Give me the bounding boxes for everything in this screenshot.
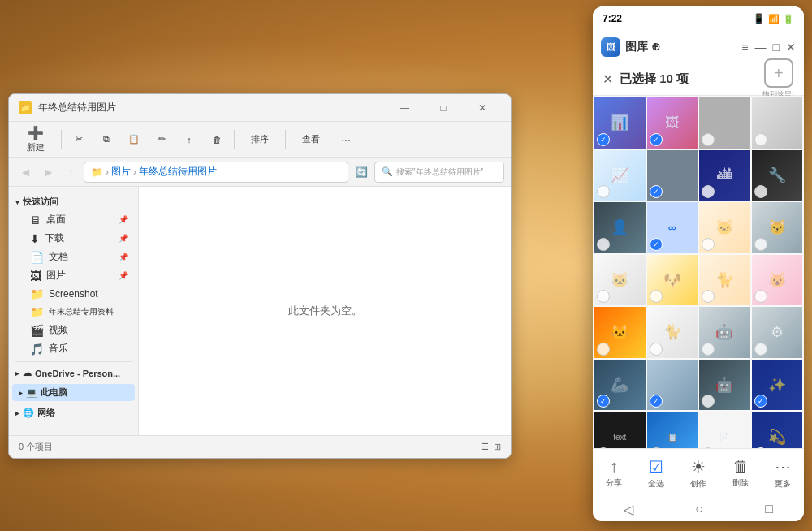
gallery-item[interactable]: 📋 bbox=[647, 412, 698, 448]
select-all-button[interactable]: ☑ 全选 bbox=[648, 457, 664, 490]
phone-gallery[interactable]: 📊 ✓ 🖼 ✓ 📈 bbox=[593, 96, 804, 448]
create-button[interactable]: ☀ 创作 bbox=[690, 457, 706, 490]
gallery-item[interactable]: 🖼 ✓ bbox=[647, 97, 698, 149]
gallery-checkbox[interactable] bbox=[754, 238, 767, 251]
gallery-item[interactable]: 📈 bbox=[594, 150, 646, 201]
gallery-checkbox[interactable] bbox=[702, 343, 715, 356]
gallery-checkbox[interactable]: ✓ bbox=[650, 238, 663, 251]
maximize-button[interactable]: □ bbox=[425, 94, 462, 122]
this-pc-header[interactable]: ▸ 💻 此电脑 bbox=[12, 384, 135, 401]
gallery-item[interactable]: text bbox=[594, 412, 646, 448]
close-button[interactable]: ✕ bbox=[464, 94, 501, 122]
up-button[interactable]: ↑ bbox=[61, 162, 80, 182]
gallery-item[interactable]: ⚙ bbox=[752, 307, 803, 358]
sidebar-item-documents[interactable]: 📄 文档 📌 bbox=[12, 248, 135, 266]
gallery-item[interactable]: ✓ bbox=[647, 150, 698, 201]
search-bar[interactable]: 🔍 搜索"年终总结待用图片" bbox=[374, 162, 504, 183]
gallery-checkbox[interactable]: ✓ bbox=[650, 185, 663, 198]
sidebar-item-pictures[interactable]: 🖼 图片 📌 bbox=[12, 266, 135, 285]
back-button[interactable]: ◀ bbox=[15, 162, 35, 182]
gallery-checkbox[interactable] bbox=[754, 133, 767, 146]
sidebar-item-videos[interactable]: 🎬 视频 bbox=[12, 321, 135, 339]
gallery-checkbox[interactable] bbox=[754, 290, 767, 303]
share-button[interactable]: ↑ bbox=[177, 125, 201, 154]
gallery-item[interactable]: 🦾 ✓ bbox=[594, 360, 646, 411]
network-header[interactable]: ▸ 🌐 网络 bbox=[9, 404, 138, 421]
path-item-pictures[interactable]: 图片 bbox=[111, 165, 131, 179]
sidebar-item-yearend[interactable]: 📁 年末总结专用资料 bbox=[12, 303, 135, 321]
phone-maximize-button[interactable]: □ bbox=[773, 41, 780, 54]
sidebar-item-music[interactable]: 🎵 音乐 bbox=[12, 339, 135, 358]
gallery-item[interactable]: 🏙 bbox=[699, 150, 750, 201]
gallery-item[interactable]: ✨ ✓ bbox=[752, 360, 803, 411]
gallery-item[interactable]: ✓ bbox=[647, 360, 698, 411]
phone-close-button[interactable]: ✕ bbox=[786, 41, 796, 54]
forward-button[interactable]: ▶ bbox=[38, 162, 58, 182]
rename-button[interactable]: ✏ bbox=[149, 125, 174, 154]
gallery-checkbox[interactable] bbox=[702, 238, 715, 251]
sidebar-item-screenshot[interactable]: 📁 Screenshot bbox=[12, 285, 135, 303]
gallery-item[interactable]: 🤖 bbox=[699, 360, 750, 411]
gallery-checkbox[interactable] bbox=[754, 343, 767, 356]
gallery-checkbox[interactable]: ✓ bbox=[754, 395, 767, 408]
gallery-checkbox[interactable]: ✓ bbox=[650, 133, 663, 146]
home-nav-button[interactable]: ○ bbox=[695, 502, 703, 516]
copy-button[interactable]: ⧉ bbox=[94, 125, 119, 154]
gallery-item[interactable]: 🐶 bbox=[647, 255, 698, 306]
gallery-item[interactable]: 😼 bbox=[752, 202, 803, 253]
gallery-item[interactable]: 🐈 bbox=[647, 307, 698, 358]
gallery-checkbox[interactable]: ✓ bbox=[597, 133, 610, 146]
gallery-item[interactable]: 📄 bbox=[699, 412, 750, 448]
phone-minimize-button[interactable]: — bbox=[755, 41, 767, 54]
gallery-item[interactable]: 🔧 bbox=[752, 150, 803, 201]
view-button[interactable]: 查看 bbox=[291, 125, 331, 154]
gallery-checkbox[interactable]: ✓ bbox=[597, 395, 610, 408]
gallery-item[interactable]: 🐱 bbox=[594, 255, 646, 306]
delete-button[interactable]: 🗑 删除 bbox=[732, 457, 749, 489]
gallery-item[interactable]: 🐱 bbox=[594, 307, 646, 358]
gallery-item[interactable]: 💫 ✓ bbox=[752, 412, 803, 448]
gallery-item[interactable] bbox=[752, 97, 803, 149]
path-bar[interactable]: 📁 › 图片 › 年终总结待用图片 bbox=[84, 162, 348, 183]
gallery-item[interactable] bbox=[699, 97, 750, 149]
drop-here-area[interactable]: + 拖到这里! bbox=[762, 58, 794, 100]
refresh-button[interactable]: 🔄 bbox=[352, 162, 371, 182]
cut-button[interactable]: ✂ bbox=[67, 125, 91, 154]
gallery-checkbox[interactable]: ✓ bbox=[650, 395, 663, 408]
quick-access-header[interactable]: ▾ 快速访问 bbox=[9, 193, 138, 210]
gallery-checkbox[interactable] bbox=[702, 185, 715, 198]
gallery-item[interactable]: 🐱 bbox=[699, 202, 750, 253]
gallery-item[interactable]: 😺 bbox=[752, 255, 803, 306]
gallery-item[interactable]: 👤 bbox=[594, 202, 646, 253]
gallery-checkbox[interactable] bbox=[650, 343, 663, 356]
new-button[interactable]: ➕ 新建 bbox=[15, 125, 56, 154]
recent-nav-button[interactable]: □ bbox=[765, 502, 773, 516]
selection-close-button[interactable]: ✕ bbox=[603, 71, 613, 87]
phone-menu-button[interactable]: ≡ bbox=[741, 41, 748, 54]
sidebar-item-desktop[interactable]: 🖥 桌面 📌 bbox=[12, 210, 135, 229]
gallery-item[interactable]: 🐈 bbox=[699, 255, 750, 306]
gallery-item[interactable]: 📊 ✓ bbox=[594, 97, 646, 149]
paste-button[interactable]: 📋 bbox=[122, 125, 146, 154]
minimize-button[interactable]: — bbox=[386, 94, 423, 122]
gallery-checkbox[interactable] bbox=[597, 185, 610, 198]
more-button[interactable]: ··· bbox=[335, 128, 357, 151]
gallery-item[interactable]: ∞ ✓ bbox=[647, 202, 698, 253]
share-button[interactable]: ↑ 分享 bbox=[606, 457, 622, 489]
gallery-checkbox[interactable] bbox=[650, 290, 663, 303]
gallery-checkbox[interactable] bbox=[597, 343, 610, 356]
list-view-icon[interactable]: ☰ bbox=[481, 442, 489, 452]
more-button[interactable]: ⋯ 更多 bbox=[775, 457, 791, 490]
gallery-checkbox[interactable] bbox=[754, 185, 767, 198]
grid-view-icon[interactable]: ⊞ bbox=[494, 442, 501, 452]
gallery-checkbox[interactable] bbox=[597, 290, 610, 303]
onedrive-header[interactable]: ▸ ☁ OneDrive - Person... bbox=[9, 365, 138, 381]
gallery-checkbox[interactable] bbox=[702, 133, 715, 146]
sort-button[interactable]: 排序 bbox=[240, 125, 280, 154]
gallery-checkbox[interactable] bbox=[702, 290, 715, 303]
path-item-folder[interactable]: 年终总结待用图片 bbox=[139, 165, 217, 179]
back-nav-button[interactable]: ◁ bbox=[624, 502, 633, 517]
sidebar-item-downloads[interactable]: ⬇ 下载 📌 bbox=[12, 229, 135, 248]
delete-button[interactable]: 🗑 bbox=[205, 125, 229, 154]
gallery-item[interactable]: 🤖 bbox=[699, 307, 750, 358]
